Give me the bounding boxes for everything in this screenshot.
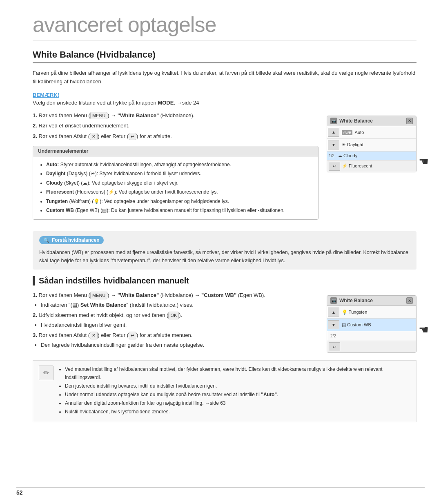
bemark-label: BEMÆRK! — [33, 92, 416, 98]
page-header-title: avanceret optagelse — [33, 12, 416, 40]
ui-panel-1-title: White Balance — [339, 118, 373, 124]
note-box: ✏ Ved manuel indstilling af hvidbalancen… — [33, 360, 416, 422]
panel1-row-cloudy: 1/2 ☁ Cloudy — [327, 152, 416, 161]
forsta-label-text: Forstå hvidbalancen — [52, 237, 100, 243]
page-number: 52 — [16, 489, 23, 496]
panel2-customwb-label: ▤ Custom WB — [340, 322, 416, 328]
section1-steps-list: 1. Rør ved fanen Menu (MENU) → "White Ba… — [33, 112, 318, 140]
s2-step-3-sub: Den lagrede hvidbalanceindstillinger gæl… — [41, 341, 318, 349]
panel1-fluorescent-label: ⚡ Fluorescent — [340, 163, 414, 169]
camera-icon-2: 📷 — [330, 297, 337, 304]
ui-panel-2-header-left: 📷 White Balance — [330, 297, 373, 304]
ui-panel-1-header: 📷 White Balance ✕ — [327, 116, 416, 126]
forsta-label: 🔍 Forstå hvidbalancen — [39, 236, 104, 244]
section2-steps-content: 1. Rør ved fanen Menu (MENU) → "White Ba… — [33, 291, 318, 355]
s2-step-1-sub: Indikatoren "(▤) Set White Balance" (Ind… — [41, 301, 318, 309]
submenu-item-auto: Auto: Styrer automatisk hvidbalanceindst… — [46, 161, 312, 169]
bemark-text: Vælg den ønskede tilstand ved at trykke … — [33, 100, 416, 106]
panel1-auto-label: AWB Auto — [340, 130, 416, 135]
ui-panel-2-header: 📷 White Balance ✕ — [327, 296, 416, 306]
note-content: Ved manuel indstilling af hvidbalancen s… — [58, 366, 410, 417]
step-3: 3. Rør ved fanen Afslut (✕) eller Retur … — [33, 132, 318, 140]
note-icon: ✏ — [39, 366, 53, 380]
submenu-item-cloudy: Cloudy (Skyet) (☁): Ved optagelse i skyg… — [46, 179, 312, 187]
bemark-block: BEMÆRK! Vælg den ønskede tilstand ved at… — [33, 92, 416, 106]
panel2-container: 📷 White Balance ✕ ▲ 💡 Tungsten ▼ ▤ Custo… — [327, 295, 416, 353]
submenu-box-content: Auto: Styrer automatisk hvidbalanceindst… — [33, 156, 318, 219]
forsta-box: 🔍 Forstå hvidbalancen Hvidbalancen (WB) … — [33, 231, 416, 270]
note-item-5: Nulstil hvidbalancen, hvis lysforholdene… — [65, 408, 410, 416]
s2-step-2-sub: Hvidbalanceindstillingen bliver gemt. — [41, 321, 318, 329]
note-item-4: Annuller den digital zoom-funktion for k… — [65, 399, 410, 407]
panel1-cloudy-label: ☁ Cloudy — [336, 153, 416, 158]
cursor-hand-2: ☛ — [419, 323, 429, 337]
s2-step-3: 3. Rør ved fanen Afslut (✕) eller Retur … — [33, 331, 318, 349]
panel2-up-btn[interactable]: ▲ — [328, 308, 339, 317]
section2-main-layout: 1. Rør ved fanen Menu (MENU) → "White Ba… — [33, 291, 416, 355]
panel1-row-daylight: ▼ ☀ Daylight — [327, 139, 416, 152]
note-item-1: Ved manuel indstilling af hvidbalancen s… — [65, 366, 410, 381]
panel2-row-customwb: ▼ ▤ Custom WB — [327, 319, 416, 331]
panel2-row-page: 2/2 — [327, 331, 416, 341]
panel1-back-btn[interactable]: ↩ — [329, 162, 340, 171]
panel2-row-up: ▲ 💡 Tungsten — [327, 306, 416, 319]
submenu-item-daylight: Daylight (Dagslys) (☀): Styrer hvidbalan… — [46, 169, 312, 178]
submenu-item-tungsten: Tungsten (Wolfram) (💡): Ved optagelse un… — [46, 197, 312, 205]
note-item-2: Den justerede indstilling bevares, indti… — [65, 382, 410, 390]
ui-panel-2: 📷 White Balance ✕ ▲ 💡 Tungsten ▼ ▤ Custo… — [327, 295, 416, 353]
s2-step-2: 2. Udfyld skærmen med et hvidt objekt, o… — [33, 311, 318, 329]
submenu-box: Undermenuelementer Auto: Styrer automati… — [33, 146, 318, 220]
panel2-bottom: ↩ — [327, 341, 416, 352]
cursor-hand-1: ☛ — [419, 155, 429, 168]
ui-panel-2-close[interactable]: ✕ — [406, 297, 413, 304]
submenu-item-fluorescent: Fluorescent (Fluorescens) (⚡): Ved optag… — [46, 188, 312, 196]
panel2-tungsten-label: 💡 Tungsten — [340, 310, 416, 315]
search-icon: 🔍 — [43, 237, 49, 243]
panel1-daylight-label: ☀ Daylight — [340, 142, 416, 147]
ui-panel-1-close[interactable]: ✕ — [406, 118, 413, 124]
step-1: 1. Rør ved fanen Menu (MENU) → "White Ba… — [33, 112, 318, 120]
note-item-3: Under normal udendørs optagelse kan du m… — [65, 391, 410, 399]
section1-title: White Balance (Hvidbalance) — [33, 49, 416, 63]
submenu-box-header: Undermenuelementer — [33, 146, 318, 156]
s2-step-1: 1. Rør ved fanen Menu (MENU) → "White Ba… — [33, 291, 318, 309]
panel1-row-fluorescent: ↩ ⚡ Fluorescent — [327, 161, 416, 172]
bottom-line — [16, 487, 425, 488]
section1-main-layout: 1. Rør ved fanen Menu (MENU) → "White Ba… — [33, 112, 416, 226]
panel2-back-btn[interactable]: ↩ — [329, 342, 340, 351]
step-2: 2. Rør ved et ønsket undermenuelement. — [33, 122, 318, 130]
section1-steps-content: 1. Rør ved fanen Menu (MENU) → "White Ba… — [33, 112, 318, 226]
panel2-down-btn[interactable]: ▼ — [328, 320, 339, 329]
panel1-up-btn[interactable]: ▲ — [328, 128, 339, 137]
panel1-down-btn[interactable]: ▼ — [328, 140, 339, 149]
panel1-page: 1/2 — [327, 154, 336, 158]
panel2-page: 2/2 — [327, 333, 339, 339]
submenu-item-customwb: Custom WB (Egen WB) (▤): Du kan justere … — [46, 206, 312, 214]
forsta-text: Hvidbalancen (WB) er processen med at fj… — [39, 248, 410, 265]
camera-icon: 📷 — [330, 118, 337, 124]
ui-panel-2-title: White Balance — [339, 298, 373, 303]
ui-panel-1: 📷 White Balance ✕ ▲ AWB Auto ▼ ☀ Dayligh… — [327, 116, 416, 172]
section2-steps-list: 1. Rør ved fanen Menu (MENU) → "White Ba… — [33, 291, 318, 349]
panel1-row-up: ▲ AWB Auto — [327, 126, 416, 139]
section2-title: Sådan indstilles hvidbalancen manuelt — [33, 276, 416, 285]
ui-panel-1-header-left: 📷 White Balance — [330, 118, 373, 124]
section1-intro: Farven på dine billeder afhænger af lysk… — [33, 69, 416, 86]
panel1-container: 📷 White Balance ✕ ▲ AWB Auto ▼ ☀ Dayligh… — [327, 116, 416, 172]
